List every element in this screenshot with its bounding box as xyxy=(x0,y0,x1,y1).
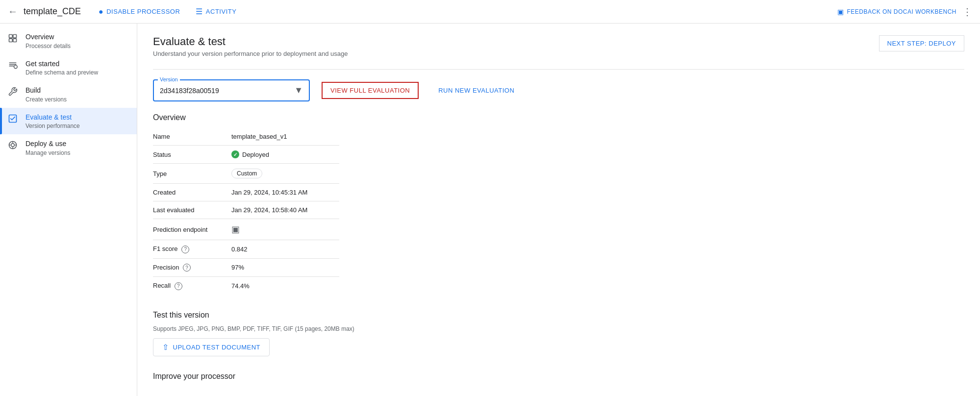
upload-icon: ⇧ xyxy=(162,343,169,352)
row-value-created: Jan 29, 2024, 10:45:31 AM xyxy=(231,184,339,201)
row-key-f1: F1 score ? xyxy=(153,240,231,259)
get-started-nav-text: Get started Define schema and preview xyxy=(25,59,98,76)
app-title: template_CDE xyxy=(24,6,81,17)
overview-nav-text: Overview Processor details xyxy=(25,32,71,50)
overview-section-title: Overview xyxy=(153,113,964,122)
version-select-wrapper[interactable]: Version 2d34183f28a00519 ▼ xyxy=(153,79,310,101)
table-row: Type Custom xyxy=(153,164,339,184)
row-value-type: Custom xyxy=(231,164,339,184)
row-key-name: Name xyxy=(153,128,231,146)
activity-button[interactable]: ☰ ACTIVITY xyxy=(190,4,242,19)
table-row: Name template_based_v1 xyxy=(153,128,339,146)
page-subtitle: Understand your version performance prio… xyxy=(153,50,348,57)
sidebar-item-build[interactable]: Build Create versions xyxy=(0,81,137,108)
version-select-inner[interactable]: 2d34183f28a00519 ▼ xyxy=(160,82,303,99)
version-row: Version 2d34183f28a00519 ▼ VIEW FULL EVA… xyxy=(153,79,964,101)
table-row: Last evaluated Jan 29, 2024, 10:58:40 AM xyxy=(153,201,339,219)
get-started-icon xyxy=(8,60,20,72)
table-row: Precision ? 97% xyxy=(153,258,339,277)
svg-point-7 xyxy=(11,144,15,147)
deploy-icon xyxy=(8,140,20,152)
table-row: Status Deployed xyxy=(153,146,339,164)
improve-section-title: Improve your processor xyxy=(153,372,964,381)
improve-section: Improve your processor xyxy=(153,372,964,381)
row-value-name: template_based_v1 xyxy=(231,128,339,146)
evaluate-nav-text: Evaluate & test Version performance xyxy=(25,113,80,130)
test-section: Test this version Supports JPEG, JPG, PN… xyxy=(153,311,964,356)
f1-info-icon[interactable]: ? xyxy=(181,246,189,253)
page-header: Evaluate & test Understand your version … xyxy=(153,35,964,57)
run-new-evaluation-button[interactable]: RUN NEW EVALUATION xyxy=(430,83,522,98)
row-value-f1: 0.842 xyxy=(231,240,339,259)
precision-info-icon[interactable]: ? xyxy=(183,264,191,272)
sidebar-item-get-started[interactable]: Get started Define schema and preview xyxy=(0,54,137,81)
table-row: Recall ? 74.4% xyxy=(153,277,339,295)
sidebar-item-evaluate-test[interactable]: Evaluate & test Version performance xyxy=(0,108,137,135)
main-content: Evaluate & test Understand your version … xyxy=(137,24,980,396)
row-value-recall: 74.4% xyxy=(231,277,339,295)
table-row: Prediction endpoint ▣ xyxy=(153,219,339,240)
build-icon xyxy=(8,87,20,99)
more-options-icon[interactable]: ⋮ xyxy=(962,6,972,18)
table-row: F1 score ? 0.842 xyxy=(153,240,339,259)
svg-rect-2 xyxy=(9,39,13,42)
recall-info-icon[interactable]: ? xyxy=(175,282,182,290)
row-key-status: Status xyxy=(153,146,231,164)
evaluate-icon xyxy=(8,114,20,125)
header-actions: ● DISABLE PROCESSOR ☰ ACTIVITY xyxy=(93,4,242,19)
table-row: Created Jan 29, 2024, 10:45:31 AM xyxy=(153,184,339,201)
row-key-type: Type xyxy=(153,164,231,184)
sidebar-item-deploy-use[interactable]: Deploy & use Manage versions xyxy=(0,134,137,161)
version-label: Version xyxy=(158,76,180,82)
row-key-recall: Recall ? xyxy=(153,277,231,295)
overview-icon xyxy=(8,33,20,45)
row-value-prediction: ▣ xyxy=(231,219,339,240)
svg-rect-0 xyxy=(9,35,13,38)
page-title-group: Evaluate & test Understand your version … xyxy=(153,35,348,57)
sidebar-item-overview[interactable]: Overview Processor details xyxy=(0,27,137,54)
feedback-button[interactable]: ▣ FEEDBACK ON DOCAI WORKBENCH xyxy=(837,8,956,16)
status-text: Deployed xyxy=(242,151,269,158)
feedback-icon: ▣ xyxy=(837,8,844,16)
back-icon[interactable]: ← xyxy=(8,6,18,17)
build-nav-text: Build Create versions xyxy=(25,86,67,103)
test-subtitle: Supports JPEG, JPG, PNG, BMP, PDF, TIFF,… xyxy=(153,325,964,332)
divider xyxy=(153,69,964,70)
row-value-last-evaluated: Jan 29, 2024, 10:58:40 AM xyxy=(231,201,339,219)
overview-table: Name template_based_v1 Status Deployed xyxy=(153,128,339,295)
row-value-precision: 97% xyxy=(231,258,339,277)
upload-test-document-button[interactable]: ⇧ UPLOAD TEST DOCUMENT xyxy=(153,338,270,356)
svg-point-4 xyxy=(14,65,18,69)
app-layout: Overview Processor details Get started D… xyxy=(0,24,980,396)
version-value: 2d34183f28a00519 xyxy=(160,87,219,95)
status-badge: Deployed xyxy=(231,150,339,158)
next-step-button[interactable]: NEXT STEP: DEPLOY xyxy=(879,35,964,51)
header-right: ▣ FEEDBACK ON DOCAI WORKBENCH ⋮ xyxy=(837,6,972,18)
disable-processor-button[interactable]: ● DISABLE PROCESSOR xyxy=(93,4,186,19)
row-value-status: Deployed xyxy=(231,146,339,164)
row-key-precision: Precision ? xyxy=(153,258,231,277)
dropdown-arrow-icon: ▼ xyxy=(294,85,303,96)
deploy-nav-text: Deploy & use Manage versions xyxy=(25,139,70,156)
page-title: Evaluate & test xyxy=(153,35,348,48)
type-chip: Custom xyxy=(231,169,262,178)
svg-rect-3 xyxy=(13,39,17,42)
row-key-created: Created xyxy=(153,184,231,201)
top-header: ← template_CDE ● DISABLE PROCESSOR ☰ ACT… xyxy=(0,0,980,24)
svg-rect-1 xyxy=(13,35,17,38)
row-key-last-evaluated: Last evaluated xyxy=(153,201,231,219)
row-key-prediction: Prediction endpoint xyxy=(153,219,231,240)
activity-icon: ☰ xyxy=(196,7,203,16)
view-full-evaluation-button[interactable]: VIEW FULL EVALUATION xyxy=(322,82,419,99)
status-dot xyxy=(231,150,239,158)
disable-icon: ● xyxy=(99,7,103,16)
sidebar: Overview Processor details Get started D… xyxy=(0,24,137,396)
copy-icon[interactable]: ▣ xyxy=(231,224,240,234)
test-section-title: Test this version xyxy=(153,311,964,320)
